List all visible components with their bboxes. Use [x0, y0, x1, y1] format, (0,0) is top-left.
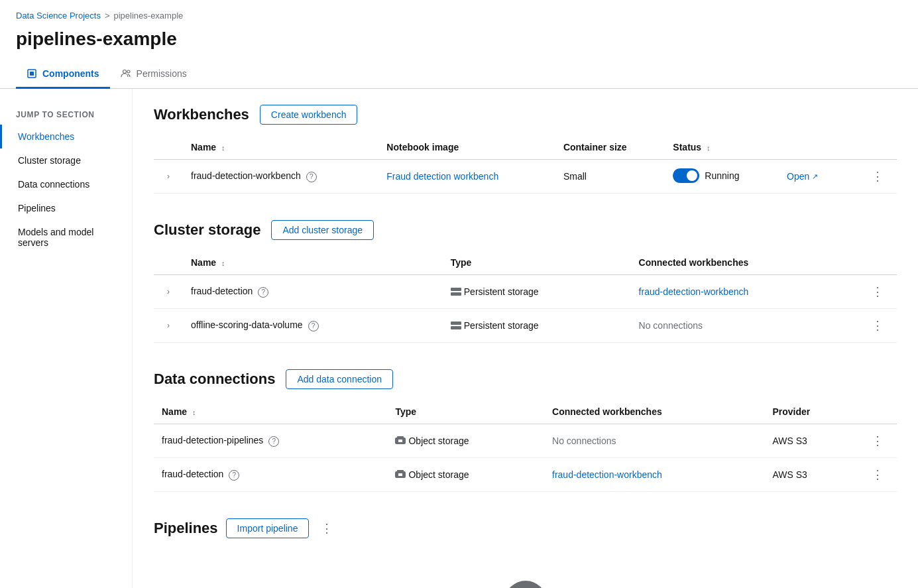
dc-workbenches-cell-0: No connections: [544, 424, 764, 458]
cluster-storage-title: Cluster storage: [154, 221, 260, 239]
cs-col-name: Name ↕: [183, 251, 443, 275]
breadcrumb: Data Science Projects > pipelines-exampl…: [0, 0, 918, 23]
pipelines-kebab-button[interactable]: ⋮: [317, 518, 337, 538]
workbench-image-cell: Fraud detection workbench: [378, 160, 555, 194]
sidebar-item-workbenches[interactable]: Workbenches: [0, 125, 132, 148]
cs-name-cell-1: offline-scoring-data-volume ?: [183, 309, 443, 343]
create-workbench-button[interactable]: Create workbench: [260, 105, 358, 125]
breadcrumb-current: pipelines-example: [114, 11, 184, 21]
dc-provider-cell-0: AWS S3: [764, 424, 858, 458]
cluster-storage-table-body: › fraud-detection ?: [154, 275, 897, 343]
name-sort-icon[interactable]: ↕: [221, 144, 225, 152]
cs-expand-button-1[interactable]: ›: [162, 318, 175, 333]
cs-help-icon-1[interactable]: ?: [308, 321, 319, 331]
sidebar-item-cluster-storage[interactable]: Cluster storage: [0, 148, 132, 172]
workbench-name-cell: fraud-detection-workbench ?: [183, 160, 378, 194]
workbenches-table-head: Name ↕ Notebook image Container size Sta…: [154, 135, 897, 160]
content-area: Jump to section Workbenches Cluster stor…: [0, 89, 918, 588]
cube-icon: [27, 68, 37, 79]
tab-components[interactable]: Components: [16, 60, 110, 89]
import-pipeline-button[interactable]: Import pipeline: [226, 518, 310, 538]
data-connections-table: Name ↕ Type Connected workbenches Provid…: [154, 400, 897, 492]
svg-point-3: [127, 70, 130, 73]
svg-rect-13: [398, 473, 402, 476]
workbench-more-cell: ⋮: [858, 160, 897, 194]
main-content: Workbenches Create workbench Name ↕ Note…: [133, 89, 918, 588]
cs-type-1: Persistent storage: [451, 320, 623, 331]
workbench-help-icon[interactable]: ?: [306, 172, 317, 182]
sidebar: Jump to section Workbenches Cluster stor…: [0, 89, 133, 588]
workbench-image-link[interactable]: Fraud detection workbench: [386, 171, 498, 182]
dc-col-workbenches: Connected workbenches: [544, 400, 764, 424]
dc-name-cell-0: fraud-detection-pipelines ?: [154, 424, 387, 458]
workbench-more-button[interactable]: ⋮: [866, 168, 889, 185]
toggle-track: [673, 168, 699, 183]
cs-help-icon-0[interactable]: ?: [258, 287, 268, 298]
tab-permissions[interactable]: Permissions: [110, 60, 198, 89]
dc-workbench-link-1[interactable]: fraud-detection-workbench: [552, 469, 662, 480]
data-connections-title: Data connections: [154, 371, 275, 388]
dc-help-icon-1[interactable]: ?: [229, 470, 239, 481]
tab-permissions-label: Permissions: [137, 68, 187, 79]
dc-type-0: Object storage: [395, 436, 536, 446]
cs-workbenches-cell-1: No connections: [631, 309, 858, 343]
add-cluster-storage-button[interactable]: Add cluster storage: [271, 220, 374, 240]
pipelines-title: Pipelines: [154, 520, 218, 537]
workbench-expand-button[interactable]: ›: [162, 169, 175, 184]
add-pipeline-circle-button[interactable]: +: [504, 581, 547, 588]
cs-more-cell-1: ⋮: [858, 309, 897, 343]
tab-components-label: Components: [42, 68, 99, 79]
dc-no-connections-0: No connections: [552, 436, 616, 446]
svg-rect-9: [397, 436, 404, 438]
cs-expand-button-0[interactable]: ›: [162, 284, 175, 299]
cs-type-0: Persistent storage: [451, 286, 623, 297]
cluster-storage-table-head: Name ↕ Type Connected workbenches: [154, 251, 897, 275]
svg-rect-10: [398, 440, 402, 442]
cs-more-button-0[interactable]: ⋮: [866, 283, 889, 300]
sidebar-item-models[interactable]: Models and model servers: [0, 220, 132, 255]
cs-no-connections-1: No connections: [639, 320, 703, 331]
workbenches-title: Workbenches: [154, 106, 249, 123]
dc-more-button-1[interactable]: ⋮: [866, 466, 889, 483]
workbench-container-cell: Small: [555, 160, 665, 194]
svg-rect-1: [30, 72, 34, 76]
breadcrumb-separator: >: [105, 11, 110, 21]
users-icon: [121, 68, 131, 79]
add-data-connection-button[interactable]: Add data connection: [286, 369, 393, 389]
breadcrumb-parent-link[interactable]: Data Science Projects: [16, 11, 101, 21]
dc-type-cell-1: Object storage: [387, 458, 544, 492]
status-sort-icon[interactable]: ↕: [707, 144, 711, 152]
cs-more-cell-0: ⋮: [858, 275, 897, 309]
cluster-storage-section: Cluster storage Add cluster storage Name…: [154, 220, 897, 343]
tabs-bar: Components Permissions: [0, 60, 918, 89]
dc-name-sort-icon[interactable]: ↕: [192, 408, 196, 416]
cs-workbench-link-0[interactable]: fraud-detection-workbench: [639, 286, 749, 297]
dc-col-more: [858, 400, 897, 424]
workbench-status-toggle: Running: [673, 168, 739, 183]
running-toggle[interactable]: [673, 168, 699, 183]
workbenches-col-actions: [779, 135, 858, 160]
dc-name-0: fraud-detection-pipelines: [162, 435, 263, 445]
pipelines-section: Pipelines Import pipeline ⋮ + No pipelin…: [154, 518, 897, 588]
cs-type-cell-1: Persistent storage: [443, 309, 631, 343]
cs-name-0: fraud-detection: [191, 286, 253, 296]
workbenches-col-image: Notebook image: [378, 135, 555, 160]
workbench-open-link[interactable]: Open ↗: [787, 171, 818, 182]
cs-expand-cell-0: ›: [154, 275, 183, 309]
dc-more-button-0[interactable]: ⋮: [866, 432, 889, 449]
sidebar-item-pipelines[interactable]: Pipelines: [0, 196, 132, 220]
cs-name-sort-icon[interactable]: ↕: [221, 259, 225, 267]
workbenches-col-more: [858, 135, 897, 160]
storage-icon-1: [451, 322, 461, 329]
workbenches-col-expand: [154, 135, 183, 160]
pipelines-header: Pipelines Import pipeline ⋮: [154, 518, 897, 538]
workbenches-table: Name ↕ Notebook image Container size Sta…: [154, 135, 897, 194]
workbench-status-cell: Running: [665, 160, 779, 194]
sidebar-item-data-connections[interactable]: Data connections: [0, 172, 132, 196]
dc-type-1: Object storage: [395, 469, 536, 480]
dc-help-icon-0[interactable]: ?: [268, 436, 279, 447]
cluster-storage-header: Cluster storage Add cluster storage: [154, 220, 897, 240]
cs-workbenches-cell-0: fraud-detection-workbench: [631, 275, 858, 309]
workbenches-table-body: › fraud-detection-workbench ? Fraud dete…: [154, 160, 897, 194]
cs-more-button-1[interactable]: ⋮: [866, 317, 889, 334]
